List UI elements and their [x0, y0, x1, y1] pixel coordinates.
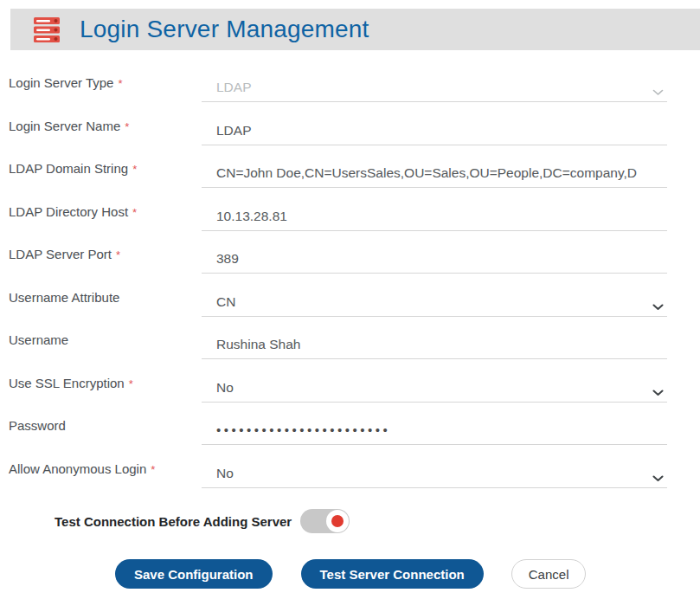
select-value: No: [216, 466, 234, 480]
required-marker: *: [151, 463, 155, 476]
field-label: LDAP Domain String*: [0, 155, 202, 198]
form-row-login-server-name: Login Server Name* LDAP: [0, 113, 700, 156]
form-row-username-attribute: Username Attribute CN: [0, 284, 700, 327]
allow-anonymous-login-select[interactable]: No: [202, 455, 667, 488]
form-row-username: Username Rushina Shah: [0, 326, 700, 370]
test-connection-toggle[interactable]: [300, 509, 350, 533]
field-label: Username: [0, 326, 202, 370]
select-value: CN: [216, 294, 235, 309]
use-ssl-encryption-select[interactable]: No: [202, 370, 667, 403]
server-rack-icon: [33, 16, 61, 43]
toggle-red-dot: [331, 515, 344, 527]
required-marker: *: [118, 77, 122, 90]
field-label: Allow Anonymous Login*: [0, 455, 202, 499]
field-label: LDAP Server Port*: [0, 241, 202, 284]
cancel-button[interactable]: Cancel: [511, 559, 587, 589]
input-value: 389: [216, 251, 239, 266]
form-row-password: Password •••••••••••••••••••••••: [0, 412, 700, 455]
toggle-label: Test Connection Before Adding Server: [55, 514, 292, 529]
field-label: Password: [0, 412, 202, 455]
chevron-down-icon: [652, 84, 664, 100]
input-value: CN=John Doe,CN=UsersSales,OU=Sales,OU=Pe…: [216, 165, 637, 180]
toggle-knob: [326, 510, 349, 532]
field-label: Login Server Type*: [0, 69, 202, 113]
masked-password-value: •••••••••••••••••••••••: [216, 422, 390, 437]
chevron-down-icon: [652, 299, 664, 314]
required-marker: *: [116, 248, 120, 261]
login-server-type-select[interactable]: LDAP: [202, 69, 667, 102]
page-header: Login Server Management: [10, 9, 700, 50]
field-label: Login Server Name*: [0, 113, 202, 156]
select-value: LDAP: [216, 80, 252, 94]
input-value: Rushina Shah: [216, 337, 300, 351]
form-row-allow-anonymous-login: Allow Anonymous Login* No: [0, 455, 700, 499]
action-buttons: Save Configuration Test Server Connectio…: [115, 559, 586, 589]
required-marker: *: [125, 120, 129, 133]
username-attribute-select[interactable]: CN: [202, 284, 667, 317]
form-row-login-server-type: Login Server Type* LDAP: [0, 69, 700, 113]
form-row-use-ssl-encryption: Use SSL Encryption* No: [0, 370, 700, 413]
required-marker: *: [132, 206, 137, 219]
chevron-down-icon: [652, 384, 664, 400]
ldap-server-port-input[interactable]: 389: [202, 241, 667, 274]
field-label: LDAP Directory Host*: [0, 198, 202, 242]
login-server-name-input[interactable]: LDAP: [202, 113, 667, 145]
required-marker: *: [132, 163, 137, 176]
login-server-form: Login Server Type* LDAP Login Server Nam…: [0, 69, 700, 498]
username-input[interactable]: Rushina Shah: [202, 326, 667, 359]
form-row-ldap-domain-string: LDAP Domain String* CN=John Doe,CN=Users…: [0, 155, 700, 198]
select-value: No: [216, 380, 234, 395]
ldap-domain-string-input[interactable]: CN=John Doe,CN=UsersSales,OU=Sales,OU=Pe…: [202, 155, 667, 188]
form-row-ldap-server-port: LDAP Server Port* 389: [0, 241, 700, 284]
form-row-ldap-directory-host: LDAP Directory Host* 10.13.28.81: [0, 198, 700, 242]
test-connection-toggle-row: Test Connection Before Adding Server: [55, 509, 350, 533]
field-label: Username Attribute: [0, 284, 202, 327]
input-value: 10.13.28.81: [216, 209, 287, 223]
save-configuration-button[interactable]: Save Configuration: [115, 559, 273, 589]
chevron-down-icon: [652, 470, 664, 486]
page-title: Login Server Management: [80, 16, 369, 43]
password-input[interactable]: •••••••••••••••••••••••: [202, 412, 667, 445]
field-label: Use SSL Encryption*: [0, 370, 202, 413]
input-value: LDAP: [216, 123, 252, 138]
ldap-directory-host-input[interactable]: 10.13.28.81: [202, 198, 667, 231]
required-marker: *: [129, 377, 133, 390]
test-server-connection-button[interactable]: Test Server Connection: [301, 559, 484, 589]
